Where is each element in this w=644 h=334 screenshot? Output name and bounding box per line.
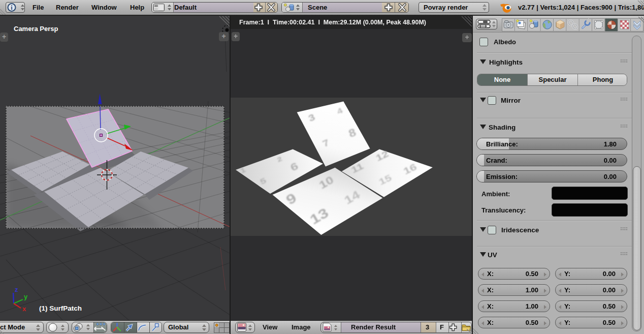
- svg-text:y: y: [24, 293, 28, 300]
- svg-text:x: x: [22, 305, 26, 313]
- svg-text:z: z: [15, 286, 18, 293]
